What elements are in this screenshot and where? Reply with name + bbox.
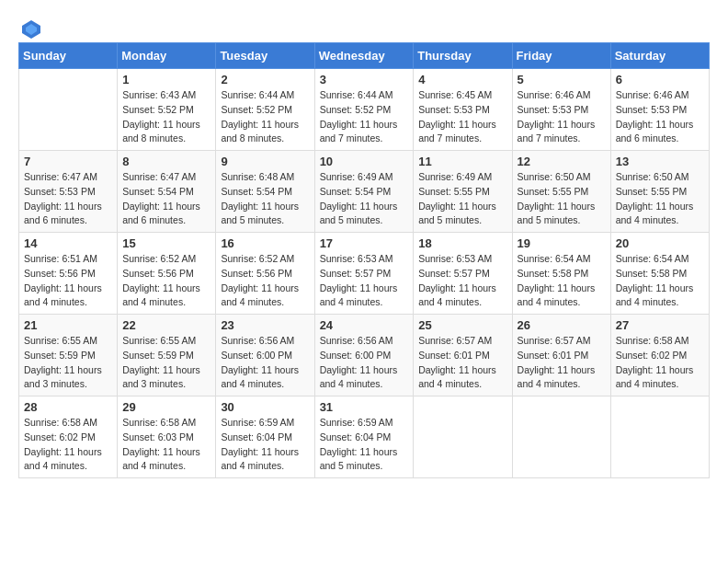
day-info: Sunrise: 6:58 AMSunset: 6:02 PMDaylight:… — [616, 334, 704, 392]
day-info: Sunrise: 6:54 AMSunset: 5:58 PMDaylight:… — [518, 252, 606, 310]
day-number: 8 — [122, 155, 210, 168]
day-info: Sunrise: 6:55 AMSunset: 5:59 PMDaylight:… — [24, 334, 112, 392]
day-info: Sunrise: 6:58 AMSunset: 6:03 PMDaylight:… — [122, 416, 210, 474]
day-number: 31 — [320, 400, 409, 414]
calendar-cell: 13Sunrise: 6:50 AMSunset: 5:55 PMDayligh… — [610, 151, 709, 233]
day-number: 27 — [616, 318, 704, 332]
calendar-cell: 12Sunrise: 6:50 AMSunset: 5:55 PMDayligh… — [512, 151, 610, 233]
day-info: Sunrise: 6:47 AMSunset: 5:54 PMDaylight:… — [122, 170, 210, 228]
calendar-cell: 2Sunrise: 6:44 AMSunset: 5:52 PMDaylight… — [216, 69, 314, 151]
day-info: Sunrise: 6:49 AMSunset: 5:54 PMDaylight:… — [320, 170, 409, 228]
day-number: 9 — [221, 155, 309, 168]
day-info: Sunrise: 6:59 AMSunset: 6:04 PMDaylight:… — [221, 416, 309, 474]
day-info: Sunrise: 6:53 AMSunset: 5:57 PMDaylight:… — [418, 252, 506, 310]
day-number: 19 — [518, 236, 606, 250]
calendar-cell: 9Sunrise: 6:48 AMSunset: 5:54 PMDaylight… — [216, 151, 314, 233]
day-number: 22 — [122, 318, 210, 332]
calendar-cell — [610, 396, 709, 478]
calendar-week-row: 21Sunrise: 6:55 AMSunset: 5:59 PMDayligh… — [19, 315, 710, 396]
calendar-cell: 18Sunrise: 6:53 AMSunset: 5:57 PMDayligh… — [414, 233, 512, 315]
day-info: Sunrise: 6:50 AMSunset: 5:55 PMDaylight:… — [518, 170, 606, 228]
weekday-header: Saturday — [610, 43, 709, 69]
calendar-cell: 25Sunrise: 6:57 AMSunset: 6:01 PMDayligh… — [414, 315, 512, 396]
calendar-week-row: 7Sunrise: 6:47 AMSunset: 5:53 PMDaylight… — [19, 151, 710, 233]
day-number: 11 — [418, 155, 506, 168]
day-number: 20 — [616, 236, 704, 250]
calendar-week-row: 14Sunrise: 6:51 AMSunset: 5:56 PMDayligh… — [19, 233, 710, 315]
day-info: Sunrise: 6:57 AMSunset: 6:01 PMDaylight:… — [418, 334, 506, 392]
day-info: Sunrise: 6:52 AMSunset: 5:56 PMDaylight:… — [221, 252, 309, 310]
calendar-cell: 16Sunrise: 6:52 AMSunset: 5:56 PMDayligh… — [216, 233, 314, 315]
calendar-cell: 24Sunrise: 6:56 AMSunset: 6:00 PMDayligh… — [314, 315, 414, 396]
weekday-header: Friday — [512, 43, 610, 69]
weekday-header-row: SundayMondayTuesdayWednesdayThursdayFrid… — [19, 43, 710, 69]
day-number: 17 — [320, 236, 409, 250]
day-number: 2 — [221, 73, 309, 86]
day-info: Sunrise: 6:51 AMSunset: 5:56 PMDaylight:… — [24, 252, 112, 310]
calendar-cell — [414, 396, 512, 478]
day-number: 5 — [518, 73, 606, 86]
day-info: Sunrise: 6:44 AMSunset: 5:52 PMDaylight:… — [221, 88, 309, 146]
weekday-header: Tuesday — [216, 43, 314, 69]
day-info: Sunrise: 6:50 AMSunset: 5:55 PMDaylight:… — [616, 170, 704, 228]
calendar-cell: 3Sunrise: 6:44 AMSunset: 5:52 PMDaylight… — [314, 69, 414, 151]
calendar-cell: 23Sunrise: 6:56 AMSunset: 6:00 PMDayligh… — [216, 315, 314, 396]
day-number: 13 — [616, 155, 704, 168]
calendar-cell: 6Sunrise: 6:46 AMSunset: 5:53 PMDaylight… — [610, 69, 709, 151]
calendar-cell: 14Sunrise: 6:51 AMSunset: 5:56 PMDayligh… — [19, 233, 118, 315]
day-number: 26 — [518, 318, 606, 332]
day-number: 25 — [418, 318, 506, 332]
calendar-cell: 8Sunrise: 6:47 AMSunset: 5:54 PMDaylight… — [118, 151, 216, 233]
calendar-cell — [19, 69, 118, 151]
day-info: Sunrise: 6:47 AMSunset: 5:53 PMDaylight:… — [24, 170, 112, 228]
calendar-cell: 29Sunrise: 6:58 AMSunset: 6:03 PMDayligh… — [118, 396, 216, 478]
day-number: 28 — [24, 400, 112, 414]
day-number: 12 — [518, 155, 606, 168]
day-number: 1 — [122, 73, 210, 86]
logo — [18, 18, 42, 33]
day-info: Sunrise: 6:52 AMSunset: 5:56 PMDaylight:… — [122, 252, 210, 310]
day-info: Sunrise: 6:45 AMSunset: 5:53 PMDaylight:… — [418, 88, 506, 146]
day-number: 15 — [122, 236, 210, 250]
day-number: 7 — [24, 155, 112, 168]
day-info: Sunrise: 6:56 AMSunset: 6:00 PMDaylight:… — [320, 334, 409, 392]
day-info: Sunrise: 6:44 AMSunset: 5:52 PMDaylight:… — [320, 88, 409, 146]
day-info: Sunrise: 6:58 AMSunset: 6:02 PMDaylight:… — [24, 416, 112, 474]
day-info: Sunrise: 6:46 AMSunset: 5:53 PMDaylight:… — [518, 88, 606, 146]
day-info: Sunrise: 6:55 AMSunset: 5:59 PMDaylight:… — [122, 334, 210, 392]
day-info: Sunrise: 6:57 AMSunset: 6:01 PMDaylight:… — [518, 334, 606, 392]
calendar-cell: 1Sunrise: 6:43 AMSunset: 5:52 PMDaylight… — [118, 69, 216, 151]
calendar-table: SundayMondayTuesdayWednesdayThursdayFrid… — [18, 42, 710, 478]
day-number: 24 — [320, 318, 409, 332]
weekday-header: Sunday — [19, 43, 118, 69]
day-number: 30 — [221, 400, 309, 414]
calendar-cell: 28Sunrise: 6:58 AMSunset: 6:02 PMDayligh… — [19, 396, 118, 478]
day-number: 21 — [24, 318, 112, 332]
day-number: 6 — [616, 73, 704, 86]
logo-icon — [20, 18, 42, 40]
day-info: Sunrise: 6:46 AMSunset: 5:53 PMDaylight:… — [616, 88, 704, 146]
day-number: 14 — [24, 236, 112, 250]
day-info: Sunrise: 6:53 AMSunset: 5:57 PMDaylight:… — [320, 252, 409, 310]
day-number: 10 — [320, 155, 409, 168]
day-number: 29 — [122, 400, 210, 414]
calendar-cell: 19Sunrise: 6:54 AMSunset: 5:58 PMDayligh… — [512, 233, 610, 315]
day-info: Sunrise: 6:43 AMSunset: 5:52 PMDaylight:… — [122, 88, 210, 146]
weekday-header: Monday — [118, 43, 216, 69]
calendar-cell: 27Sunrise: 6:58 AMSunset: 6:02 PMDayligh… — [610, 315, 709, 396]
calendar-cell: 4Sunrise: 6:45 AMSunset: 5:53 PMDaylight… — [414, 69, 512, 151]
calendar-cell: 10Sunrise: 6:49 AMSunset: 5:54 PMDayligh… — [314, 151, 414, 233]
calendar-cell: 11Sunrise: 6:49 AMSunset: 5:55 PMDayligh… — [414, 151, 512, 233]
calendar-cell: 5Sunrise: 6:46 AMSunset: 5:53 PMDaylight… — [512, 69, 610, 151]
day-number: 4 — [418, 73, 506, 86]
calendar-cell: 7Sunrise: 6:47 AMSunset: 5:53 PMDaylight… — [19, 151, 118, 233]
day-info: Sunrise: 6:48 AMSunset: 5:54 PMDaylight:… — [221, 170, 309, 228]
weekday-header: Thursday — [414, 43, 512, 69]
calendar-week-row: 28Sunrise: 6:58 AMSunset: 6:02 PMDayligh… — [19, 396, 710, 478]
page-header — [18, 18, 710, 33]
calendar-week-row: 1Sunrise: 6:43 AMSunset: 5:52 PMDaylight… — [19, 69, 710, 151]
calendar-cell: 30Sunrise: 6:59 AMSunset: 6:04 PMDayligh… — [216, 396, 314, 478]
calendar-cell: 17Sunrise: 6:53 AMSunset: 5:57 PMDayligh… — [314, 233, 414, 315]
calendar-cell: 31Sunrise: 6:59 AMSunset: 6:04 PMDayligh… — [314, 396, 414, 478]
day-number: 3 — [320, 73, 409, 86]
